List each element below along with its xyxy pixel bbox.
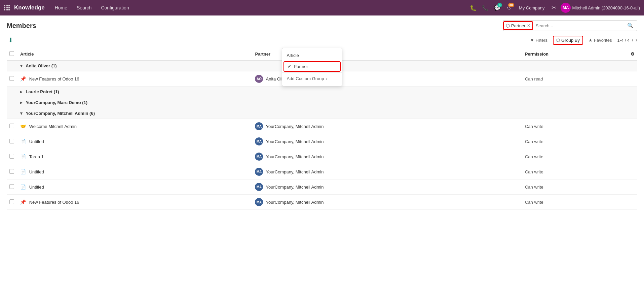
group-title[interactable]: ▸ YourCompany, Marc Demo (1) — [17, 97, 628, 108]
partner-cell: MA YourCompany, Mitchell Admin — [252, 164, 522, 179]
layers-icon: ⬡ — [506, 23, 510, 28]
row-checkbox-cell[interactable] — [7, 119, 17, 134]
row-checkbox-cell[interactable] — [7, 164, 17, 179]
nav-search[interactable]: Search — [73, 4, 95, 12]
group-spacer — [628, 87, 637, 97]
select-all-checkbox[interactable] — [9, 51, 14, 56]
groupby-article-option[interactable]: Article — [282, 50, 342, 61]
group-toggle-icon[interactable]: ▸ — [20, 89, 23, 94]
search-button[interactable]: 🔍 — [624, 21, 637, 31]
row-checkbox-cell[interactable] — [7, 195, 17, 210]
topnav-icons: 🐛 📞 💬 6 ⏱ 38 My Company ✂ MA Mitchell Ad… — [468, 2, 640, 13]
page-title: Members — [7, 22, 499, 30]
partner-avatar: MA — [255, 198, 263, 206]
partner-option-label: Partner — [294, 64, 308, 69]
group-toggle-icon[interactable]: ▾ — [20, 63, 23, 68]
permission-cell: Can write — [522, 149, 628, 164]
tools-icon[interactable]: ✂ — [548, 2, 559, 13]
group-check — [7, 87, 17, 97]
nav-configuration[interactable]: Configuration — [98, 4, 132, 12]
row-checkbox-cell[interactable] — [7, 134, 17, 149]
group-row[interactable]: ▾ YourCompany, Mitchell Admin (6) — [7, 108, 637, 119]
permission-cell: Can write — [522, 119, 628, 134]
remove-tag-button[interactable]: ✕ — [527, 23, 530, 28]
search-tag-label: Partner — [511, 23, 526, 28]
row-checkbox[interactable] — [9, 199, 14, 204]
article-name: Tarea 1 — [29, 154, 43, 159]
bug-icon[interactable]: 🐛 — [468, 2, 479, 13]
article-icon: 📌 — [20, 76, 26, 81]
user-name: Mitchell Admin (20204090-16-0-all) — [572, 5, 640, 10]
next-page-button[interactable]: › — [636, 37, 637, 43]
article-cell: 📄 Untitled — [17, 134, 252, 149]
group-row[interactable]: ▸ Laurie Poiret (1) — [7, 87, 637, 97]
row-spacer — [628, 179, 637, 195]
group-toggle-icon[interactable]: ▸ — [20, 100, 23, 105]
search-input[interactable] — [533, 21, 624, 30]
table-row: 📄 Untitled MA YourCompany, Mitchell Admi… — [7, 134, 637, 149]
avatar[interactable]: MA — [561, 3, 571, 13]
row-checkbox[interactable] — [9, 76, 14, 81]
groupby-label: Group By — [561, 38, 580, 43]
permission-cell: Can write — [522, 164, 628, 179]
table-row: 📌 New Features of Odoo 16 MA YourCompany… — [7, 195, 637, 210]
row-checkbox[interactable] — [9, 169, 14, 174]
filter-icon: ▼ — [530, 38, 534, 43]
toolbar: ⬇ ▼ Filters ⬡ Group By ★ Favorites Artic… — [0, 34, 644, 48]
row-spacer — [628, 71, 637, 87]
partner-name: YourCompany, Mitchell Admin — [266, 124, 324, 129]
company-name[interactable]: My Company — [516, 5, 547, 10]
group-row[interactable]: ▸ YourCompany, Marc Demo (1) — [7, 97, 637, 108]
article-cell: 🤝 Welcome Mitchell Admin — [17, 119, 252, 134]
row-checkbox[interactable] — [9, 124, 14, 128]
row-checkbox-cell[interactable] — [7, 179, 17, 195]
favorites-button[interactable]: ★ Favorites — [586, 36, 614, 44]
permission-cell: Can write — [522, 134, 628, 149]
chat-icon[interactable]: 💬 6 — [492, 2, 503, 13]
search-tag-partner[interactable]: ⬡ Partner ✕ — [503, 21, 533, 30]
table-row: 🤝 Welcome Mitchell Admin MA YourCompany,… — [7, 119, 637, 134]
filters-button[interactable]: ▼ Filters — [527, 36, 550, 44]
group-check — [7, 61, 17, 71]
group-toggle-icon[interactable]: ▾ — [20, 111, 23, 116]
add-custom-group-button[interactable]: Add Custom Group › — [282, 73, 342, 84]
th-controls[interactable]: ⚙ — [628, 48, 637, 61]
article-icon: 🤝 — [20, 124, 26, 129]
phone-icon[interactable]: 📞 — [480, 2, 491, 13]
app-name[interactable]: Knowledge — [14, 4, 45, 11]
group-check — [7, 97, 17, 108]
favorites-label: Favorites — [594, 38, 612, 43]
row-spacer — [628, 134, 637, 149]
prev-page-button[interactable]: ‹ — [632, 37, 633, 43]
article-cell: 📄 Untitled — [17, 164, 252, 179]
add-custom-group-label: Add Custom Group — [287, 76, 324, 81]
article-name: New Features of Odoo 16 — [29, 76, 79, 81]
row-checkbox-cell[interactable] — [7, 149, 17, 164]
row-spacer — [628, 119, 637, 134]
star-icon: ★ — [589, 38, 593, 43]
partner-name: YourCompany, Mitchell Admin — [266, 169, 324, 174]
row-checkbox-cell[interactable] — [7, 71, 17, 87]
row-spacer — [628, 149, 637, 164]
app-grid-icon[interactable] — [4, 5, 10, 10]
filters-label: Filters — [536, 38, 547, 43]
timer-icon[interactable]: ⏱ 38 — [504, 2, 515, 13]
timer-badge: 38 — [508, 3, 514, 7]
chat-badge: 6 — [497, 3, 502, 7]
groupby-partner-option[interactable]: ✓ Partner — [283, 61, 341, 72]
th-select-all[interactable] — [7, 48, 17, 61]
row-checkbox[interactable] — [9, 154, 14, 159]
group-title[interactable]: ▾ YourCompany, Mitchell Admin (6) — [17, 108, 628, 119]
partner-avatar: MA — [255, 122, 263, 130]
checkmark-icon: ✓ — [288, 64, 291, 69]
nav-home[interactable]: Home — [51, 4, 71, 12]
row-spacer — [628, 164, 637, 179]
group-check — [7, 108, 17, 119]
group-title[interactable]: ▸ Laurie Poiret (1) — [17, 87, 628, 97]
download-button[interactable]: ⬇ — [7, 35, 14, 45]
partner-name: YourCompany, Mitchell Admin — [266, 154, 324, 159]
row-checkbox[interactable] — [9, 139, 14, 143]
groupby-button[interactable]: ⬡ Group By — [553, 36, 583, 45]
row-checkbox[interactable] — [9, 184, 14, 189]
article-name: Untitled — [29, 185, 44, 190]
